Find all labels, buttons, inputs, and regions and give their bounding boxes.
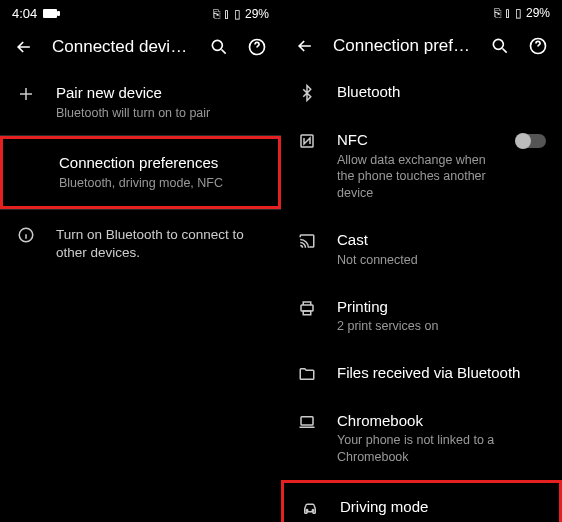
page-title: Connection preferen...: [333, 36, 472, 56]
signal-icon: ⫿: [224, 7, 230, 21]
item-subtitle: Bluetooth will turn on to pair: [56, 105, 265, 122]
item-title: Printing: [337, 297, 546, 317]
nfc-toggle[interactable]: [516, 134, 546, 148]
svg-point-9: [312, 510, 314, 512]
item-title: Cast: [337, 230, 546, 250]
printer-icon: [297, 297, 317, 317]
screen-connected-devices: 4:04 ⎘ ⫿ ▯ 29% Connected devices Pair ne…: [0, 0, 281, 522]
svg-point-3: [493, 39, 503, 49]
status-time: 4:04: [12, 6, 37, 21]
settings-list: Pair new device Bluetooth will turn on t…: [0, 69, 281, 522]
svg-rect-6: [301, 305, 313, 311]
svg-point-8: [306, 510, 308, 512]
bluetooth-icon: [297, 82, 317, 102]
connection-preferences-item[interactable]: Connection preferences Bluetooth, drivin…: [0, 136, 281, 208]
cast-indicator-icon: ⎘: [213, 7, 220, 21]
car-icon: [300, 497, 320, 517]
battery-icon: ▯: [234, 7, 241, 21]
search-button[interactable]: [209, 37, 229, 57]
page-title: Connected devices: [52, 37, 191, 57]
info-icon: [16, 224, 36, 244]
back-button[interactable]: [295, 36, 315, 56]
status-battery: 29%: [526, 6, 550, 20]
item-subtitle: Off: [340, 519, 543, 522]
nfc-item[interactable]: NFC Allow data exchange when the phone t…: [281, 116, 562, 216]
help-button[interactable]: [528, 36, 548, 56]
bluetooth-info: Turn on Bluetooth to connect to other de…: [0, 210, 281, 276]
svg-point-0: [212, 40, 222, 50]
printing-item[interactable]: Printing 2 print services on: [281, 283, 562, 349]
item-subtitle: Your phone is not linked to a Chromebook: [337, 432, 546, 466]
help-button[interactable]: [247, 37, 267, 57]
item-title: Pair new device: [56, 83, 265, 103]
item-subtitle: Not connected: [337, 252, 546, 269]
battery-icon: ▯: [515, 6, 522, 20]
item-title: Driving mode: [340, 497, 543, 517]
nfc-icon: [297, 130, 317, 150]
svg-rect-7: [301, 417, 313, 425]
app-bar: Connection preferen...: [281, 26, 562, 68]
cast-item[interactable]: Cast Not connected: [281, 216, 562, 282]
item-subtitle: Bluetooth, driving mode, NFC: [59, 175, 262, 192]
cast-icon: [297, 230, 317, 250]
driving-mode-item[interactable]: Driving mode Off: [281, 480, 562, 522]
search-button[interactable]: [490, 36, 510, 56]
status-bar: 4:04 ⎘ ⫿ ▯ 29%: [0, 0, 281, 27]
back-button[interactable]: [14, 37, 34, 57]
camera-icon: [43, 9, 57, 18]
item-title: Files received via Bluetooth: [337, 363, 546, 383]
chromebook-item[interactable]: Chromebook Your phone is not linked to a…: [281, 397, 562, 480]
files-received-item[interactable]: Files received via Bluetooth: [281, 349, 562, 397]
item-subtitle: Allow data exchange when the phone touch…: [337, 152, 496, 203]
status-bar: ⎘ ⫿ ▯ 29%: [281, 0, 562, 26]
item-title: Chromebook: [337, 411, 546, 431]
app-bar: Connected devices: [0, 27, 281, 69]
item-title: NFC: [337, 130, 496, 150]
folder-icon: [297, 363, 317, 383]
pair-new-device-item[interactable]: Pair new device Bluetooth will turn on t…: [0, 69, 281, 135]
status-battery: 29%: [245, 7, 269, 21]
signal-icon: ⫿: [505, 6, 511, 20]
item-title: Bluetooth: [337, 82, 546, 102]
item-subtitle: 2 print services on: [337, 318, 546, 335]
cast-indicator-icon: ⎘: [494, 6, 501, 20]
laptop-icon: [297, 411, 317, 431]
bluetooth-item[interactable]: Bluetooth: [281, 68, 562, 116]
settings-list: Bluetooth NFC Allow data exchange when t…: [281, 68, 562, 522]
info-text: Turn on Bluetooth to connect to other de…: [56, 226, 265, 262]
plus-icon: [16, 83, 36, 103]
screen-connection-preferences: ⎘ ⫿ ▯ 29% Connection preferen... Bluetoo…: [281, 0, 562, 522]
item-title: Connection preferences: [59, 153, 262, 173]
